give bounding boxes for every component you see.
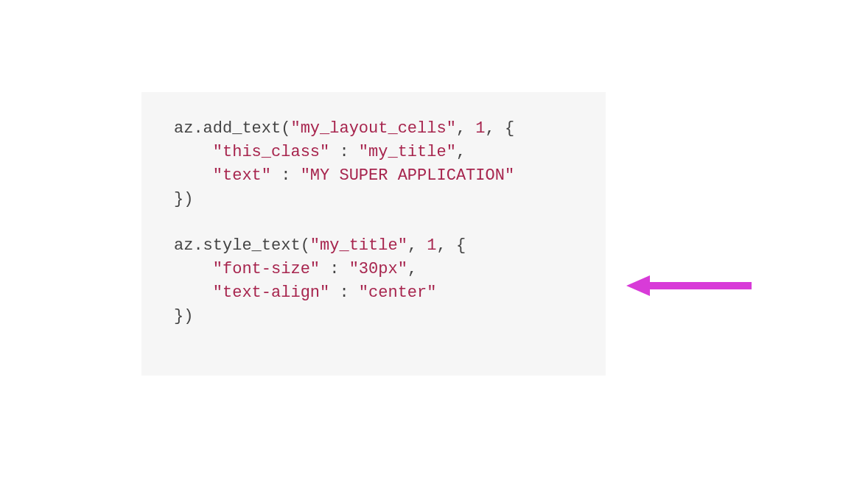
code-token: az.style_text( — [174, 236, 310, 255]
code-token: "text" — [213, 166, 271, 185]
code-token: : — [271, 166, 301, 185]
code-token: : — [329, 143, 359, 161]
code-token: "my_title" — [310, 236, 407, 255]
canvas: az.add_text("my_layout_cells", 1, { "thi… — [0, 0, 868, 486]
code-token: az.add_text( — [174, 119, 290, 138]
code-token: 1 — [427, 236, 436, 255]
code-token: "font-size" — [213, 260, 320, 278]
code-token: 1 — [475, 119, 485, 138]
code-token: "center" — [359, 284, 437, 302]
code-token: "MY SUPER APPLICATION" — [301, 166, 514, 185]
code-token: , — [456, 119, 475, 138]
code-token: : — [320, 260, 349, 278]
code-snippet: az.add_text("my_layout_cells", 1, { "thi… — [174, 117, 579, 328]
code-token: , — [407, 236, 427, 255]
svg-marker-0 — [626, 275, 752, 296]
code-token: }) — [174, 190, 193, 208]
code-token: "30px" — [349, 260, 407, 278]
code-token: "my_title" — [359, 143, 456, 161]
code-token: : — [329, 284, 359, 302]
code-token: "this_class" — [213, 143, 329, 161]
code-token: "text-align" — [213, 284, 329, 302]
code-block: az.add_text("my_layout_cells", 1, { "thi… — [141, 92, 606, 376]
code-token: }) — [174, 307, 193, 325]
code-token: "my_layout_cells" — [290, 119, 455, 138]
arrow-left-icon — [626, 271, 752, 300]
